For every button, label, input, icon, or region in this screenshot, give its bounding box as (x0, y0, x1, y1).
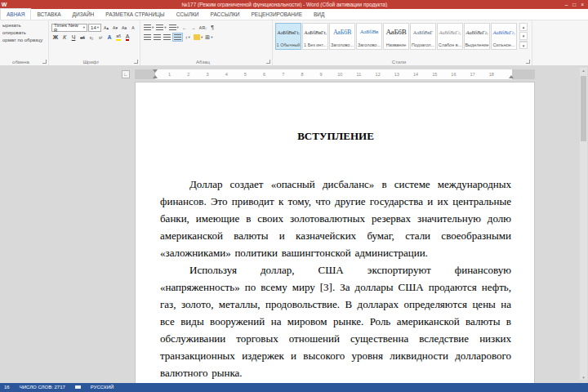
group-paragraph: ▾ ▾ ▾ ← → АЯ↓ ¶ ↕▾ ▾ ⊞▾ Абзац (140, 20, 273, 65)
align-left-icon (144, 34, 151, 40)
font-group-label: Шрифт (49, 60, 133, 65)
style-card-subtle-emphasis[interactable]: АаБбВвГг, Слабое в... (437, 23, 463, 50)
style-card-strong-emphasis[interactable]: АаБбВвГг, Сильное... (491, 23, 517, 50)
tab-design[interactable]: ДИЗАЙН (67, 9, 100, 20)
document-page[interactable]: ВСТУПЛЕНИЕ Доллар создает «опасный дисба… (135, 82, 535, 383)
copy-button[interactable]: опировать (2, 29, 46, 37)
close-button[interactable]: × (581, 0, 584, 9)
tab-home[interactable]: АВНАЯ (0, 8, 31, 20)
chevron-down-icon: ▾ (83, 25, 85, 29)
group-styles: АаБбВвГг, 1 Обычный АаБбВвГг, 1 Без инт.… (273, 20, 532, 65)
font-dialog-launcher-icon[interactable] (134, 60, 138, 64)
sort-button[interactable]: АЯ↓ (198, 23, 207, 32)
minimize-button[interactable]: – (565, 0, 568, 9)
multilevel-list-button[interactable]: ▾ (168, 23, 180, 32)
style-card-subtitle[interactable]: АаБбВвГ Подзагол... (410, 23, 436, 50)
language-status[interactable]: РУССКИЙ (91, 383, 114, 392)
numbering-button[interactable]: ▾ (155, 23, 167, 32)
scrollbar-thumb[interactable] (581, 76, 586, 141)
tab-references[interactable]: ССЫЛКИ (171, 9, 205, 20)
horizontal-ruler[interactable]: ∟ 12 34 56 78 910 1112 1314 1516 1718 (0, 69, 588, 79)
change-case-button[interactable]: Аа (120, 23, 128, 32)
style-card-emphasis[interactable]: АаБбВвГг, Выделение (464, 23, 490, 50)
right-indent-marker[interactable] (509, 75, 514, 78)
tab-page-layout[interactable]: РАЗМЕТКА СТРАНИЦЫ (100, 9, 170, 20)
document-heading[interactable]: ВСТУПЛЕНИЕ (160, 130, 511, 143)
vertical-scrollbar[interactable]: ▴ ▾ (580, 68, 587, 380)
paragraph-dialog-launcher-icon[interactable] (266, 60, 270, 64)
highlight-color-button[interactable]: аб (116, 33, 121, 41)
document-paragraph[interactable]: Используя доллар, США экспортируют финан… (160, 261, 511, 381)
style-card-normal[interactable]: АаБбВвГг, 1 Обычный (275, 23, 301, 50)
align-left-button[interactable] (143, 33, 152, 42)
styles-more-button[interactable]: ▾ (519, 41, 528, 49)
bullets-button[interactable]: ▾ (143, 23, 154, 32)
style-card-title[interactable]: АаБбВ Название (383, 23, 409, 50)
underline-button[interactable]: Ч (69, 33, 78, 42)
borders-icon: ⊞ (205, 34, 210, 41)
tab-review[interactable]: РЕЦЕНЗИРОВАНИЕ (245, 9, 308, 20)
ruler-numbers: 12 34 56 78 910 1112 1314 1516 1718 (160, 69, 517, 79)
show-paragraph-marks-button[interactable]: ¶ (208, 23, 216, 32)
font-size-combo[interactable]: 14 ▾ (88, 24, 101, 32)
styles-dialog-launcher-icon[interactable] (526, 60, 530, 64)
maximize-button[interactable]: □ (572, 0, 576, 9)
tab-insert[interactable]: ВСТАВКА (31, 9, 66, 20)
page-number-status[interactable]: 16 (4, 383, 10, 392)
ribbon-spacer (532, 20, 588, 65)
line-spacing-icon: ↕ (185, 35, 188, 40)
group-font: Times New R ▾ 14 ▾ А▴ А▾ Аа А Ж К Ч аб x… (49, 20, 140, 65)
bullet-list-icon (144, 24, 151, 30)
proofing-errors-icon[interactable] (75, 385, 81, 390)
style-card-no-spacing[interactable]: АаБбВвГг, 1 Без инт... (302, 23, 328, 50)
shading-icon (194, 34, 200, 40)
font-color-button[interactable]: А (126, 33, 130, 41)
styles-scroll-down-button[interactable]: ▾ (519, 32, 528, 40)
style-card-heading1[interactable]: АаБбВ Заголово... (329, 23, 355, 50)
chevron-down-icon: ▾ (164, 25, 166, 29)
word-app-icon: W (0, 2, 8, 7)
clipboard-dialog-launcher-icon[interactable] (42, 60, 47, 64)
italic-button[interactable]: К (60, 33, 69, 42)
word-count-status[interactable]: ЧИСЛО СЛОВ: 2717 (20, 383, 65, 392)
status-bar: 16 ЧИСЛО СЛОВ: 2717 РУССКИЙ (0, 383, 588, 392)
align-center-button[interactable] (153, 33, 162, 42)
justify-button[interactable] (172, 33, 183, 42)
styles-gallery: АаБбВвГг, 1 Обычный АаБбВвГг, 1 Без инт.… (275, 23, 517, 50)
tab-view[interactable]: ВИД (308, 9, 330, 20)
format-painter-button[interactable]: ормат по образцу (2, 37, 46, 44)
bold-button[interactable]: Ж (51, 33, 60, 42)
shading-button[interactable]: ▾ (193, 33, 203, 42)
superscript-button[interactable]: x² (96, 33, 105, 42)
style-card-heading2[interactable]: АаБбВв Заголово... (356, 23, 382, 50)
font-name-combo[interactable]: Times New R ▾ (51, 24, 87, 32)
shrink-font-button[interactable]: А▾ (111, 23, 119, 32)
decrease-indent-button[interactable]: ← (180, 23, 189, 32)
grow-font-button[interactable]: А▴ (102, 23, 110, 32)
text-effects-button[interactable]: А (105, 33, 114, 42)
borders-button[interactable]: ⊞▾ (204, 33, 213, 42)
subscript-button[interactable]: x₂ (87, 33, 96, 42)
document-area: ∟ 12 34 56 78 910 1112 1314 1516 1718 ВС… (0, 66, 588, 383)
first-line-indent-marker[interactable] (153, 69, 158, 73)
scroll-up-icon[interactable]: ▴ (580, 68, 587, 73)
tab-stop-selector[interactable]: ∟ (122, 70, 130, 78)
ribbon: ырезать опировать ормат по образцу обмен… (0, 20, 588, 66)
chevron-down-icon: ▾ (211, 35, 212, 39)
line-spacing-button[interactable]: ↕▾ (184, 33, 192, 42)
left-indent-marker[interactable] (153, 75, 158, 78)
chevron-down-icon: ▾ (177, 25, 179, 29)
strikethrough-button[interactable]: аб (78, 33, 87, 42)
increase-indent-button[interactable]: → (189, 23, 198, 32)
clear-formatting-button[interactable]: А (129, 23, 137, 32)
chevron-down-icon: ▾ (152, 25, 154, 29)
justify-icon (174, 34, 181, 40)
align-right-button[interactable] (163, 33, 172, 42)
document-paragraph[interactable]: Доллар создает «опасный дисбаланс» в сис… (160, 176, 511, 261)
cut-button[interactable]: ырезать (2, 22, 46, 29)
group-clipboard: ырезать опировать ормат по образцу обмен… (0, 20, 49, 65)
scroll-down-icon[interactable]: ▾ (580, 375, 587, 380)
styles-scroll-up-button[interactable]: ▴ (519, 23, 528, 31)
tab-mailings[interactable]: РАССЫЛКИ (205, 9, 246, 20)
styles-group-label: Стили (273, 60, 525, 65)
